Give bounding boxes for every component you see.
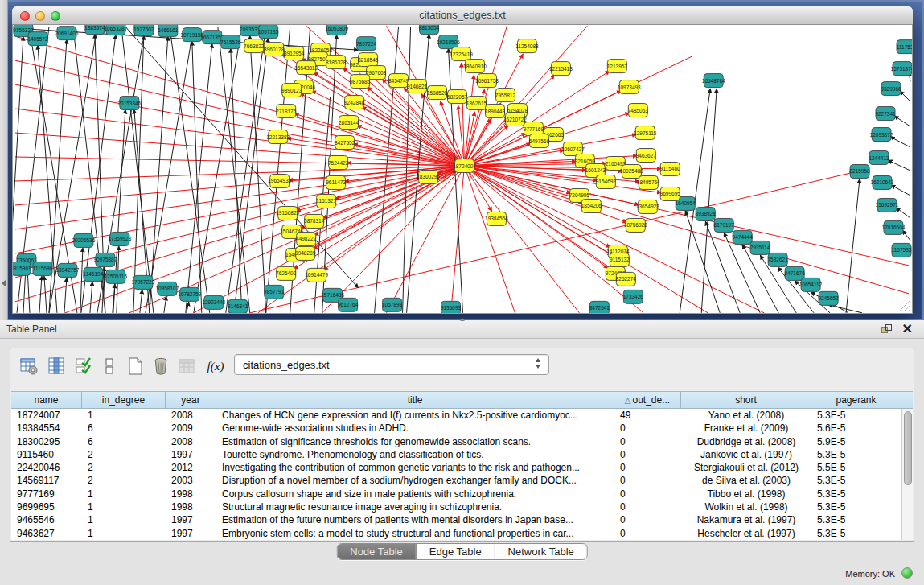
cell-name[interactable]: 9463627 bbox=[11, 527, 82, 540]
cell-name[interactable]: 14569117 bbox=[11, 474, 82, 487]
cell-short[interactable]: Wolkin et al. (1998) bbox=[681, 501, 811, 513]
graph-node[interactable]: 16648784 bbox=[702, 74, 725, 88]
cell-short[interactable]: Stergiakouli et al. (2012) bbox=[681, 461, 811, 474]
graph-node[interactable]: 9245652 bbox=[818, 291, 839, 305]
graph-node[interactable]: 20691406 bbox=[55, 27, 79, 40]
graph-node[interactable]: 3915901 bbox=[13, 262, 31, 275]
cell-pagerank[interactable]: 5.3E-5 bbox=[811, 527, 901, 540]
graph-node[interactable]: 8454749 bbox=[388, 74, 409, 88]
graph-node[interactable]: 16782759 bbox=[178, 287, 201, 301]
graph-node[interactable]: 8938928 bbox=[696, 207, 717, 220]
graph-node[interactable]: 5878314 bbox=[304, 214, 325, 228]
graph-node[interactable]: 8912954 bbox=[284, 47, 305, 60]
graph-node[interactable]: 9227341 bbox=[875, 107, 896, 121]
graph-node[interactable]: 12975115 bbox=[634, 126, 657, 140]
cell-in_degree[interactable]: 1 bbox=[82, 527, 166, 540]
cell-name[interactable]: 19384554 bbox=[11, 422, 82, 435]
graph-node[interactable]: 8471676 bbox=[785, 266, 806, 280]
memory-ok-indicator[interactable] bbox=[901, 567, 913, 579]
graph-node[interactable]: 1167533 bbox=[892, 243, 912, 257]
cell-short[interactable]: Franke et al. (2009) bbox=[681, 422, 811, 435]
cell-pagerank[interactable]: 5.3E-5 bbox=[811, 501, 901, 513]
select-columns-button[interactable] bbox=[46, 356, 67, 377]
graph-node[interactable]: 7857224 bbox=[356, 37, 377, 51]
graph-node[interactable]: 8218546 bbox=[358, 53, 379, 67]
cell-in_degree[interactable]: 6 bbox=[82, 435, 166, 448]
graph-node[interactable]: 7524422 bbox=[328, 156, 349, 170]
cell-title[interactable]: Estimation of the future numbers of pati… bbox=[216, 513, 614, 526]
graph-node[interactable]: 12213383 bbox=[266, 130, 290, 144]
graph-node[interactable]: 1883574 bbox=[84, 25, 105, 35]
cell-title[interactable]: Changes of HCN gene expression and I(f) … bbox=[216, 409, 614, 422]
cell-title[interactable]: Corpus callosum shape and size in male p… bbox=[216, 488, 614, 501]
graph-node[interactable]: 16053809 bbox=[325, 25, 348, 35]
cell-title[interactable]: Tourette syndrome. Phenomenology and cla… bbox=[216, 448, 614, 461]
cell-in_degree[interactable]: 1 bbox=[82, 513, 166, 526]
tab-network-table[interactable]: Network Table bbox=[495, 544, 587, 559]
float-panel-icon[interactable] bbox=[881, 324, 892, 335]
graph-node[interactable]: 10607427 bbox=[561, 142, 585, 156]
cell-short[interactable]: Tibbo et al. (1998) bbox=[681, 488, 811, 501]
cell-pagerank[interactable]: 5.3E-5 bbox=[811, 488, 901, 501]
graph-node[interactable]: 9115132 bbox=[610, 253, 630, 266]
cell-year[interactable]: 1998 bbox=[166, 488, 216, 501]
graph-node[interactable]: 8186328 bbox=[326, 56, 347, 69]
cell-in_degree[interactable]: 1 bbox=[82, 409, 166, 422]
graph-node[interactable]: 2718176 bbox=[276, 105, 297, 118]
graph-node[interactable]: 1151327 bbox=[316, 194, 336, 208]
graph-node[interactable]: 2803144 bbox=[339, 116, 359, 130]
graph-node[interactable]: 8427552 bbox=[335, 136, 355, 150]
graph-node[interactable]: 9857791 bbox=[264, 285, 285, 299]
graph-node[interactable]: 18300295 bbox=[417, 170, 440, 183]
graph-node[interactable]: 9699695 bbox=[660, 187, 681, 200]
cell-in_degree[interactable]: 1 bbox=[82, 501, 166, 513]
table-row[interactable]: 2242004622012Investigating the contribut… bbox=[11, 461, 901, 474]
cell-title[interactable]: Structural magnetic resonance image aver… bbox=[216, 501, 614, 513]
table-mode-button[interactable] bbox=[18, 356, 39, 377]
row-height-button[interactable] bbox=[99, 356, 120, 377]
cell-pagerank[interactable]: 5.3E-5 bbox=[811, 448, 901, 461]
graph-node[interactable]: 9329966 bbox=[881, 82, 901, 96]
graph-node[interactable]: 1890443 bbox=[485, 105, 506, 118]
graph-node[interactable]: 9890123 bbox=[281, 84, 302, 97]
table-selector-dropdown[interactable]: citations_edges.txt bbox=[234, 354, 549, 375]
graph-node[interactable]: 4498222 bbox=[296, 232, 317, 245]
cell-out_de[interactable]: 0 bbox=[614, 422, 681, 435]
graph-node[interactable]: 7663822 bbox=[244, 39, 265, 53]
graph-node[interactable]: 12923448 bbox=[202, 295, 225, 309]
column-header-title[interactable]: title bbox=[216, 392, 614, 408]
cell-name[interactable]: 9465546 bbox=[11, 513, 82, 526]
graph-node[interactable]: 18640910 bbox=[463, 60, 487, 73]
network-canvas[interactable]: 9155327140557220691406188357410653287152… bbox=[12, 25, 913, 314]
graph-node[interactable]: 9611473 bbox=[326, 175, 346, 189]
graph-node[interactable]: 18724007 bbox=[453, 159, 476, 173]
tab-edge-table[interactable]: Edge Table bbox=[417, 544, 495, 559]
close-panel-icon[interactable]: ✕ bbox=[902, 321, 913, 337]
graph-node[interactable]: 9115460 bbox=[660, 163, 680, 176]
cell-year[interactable]: 1998 bbox=[166, 501, 216, 513]
cell-title[interactable]: Genome-wide association studies in ADHD. bbox=[216, 422, 614, 435]
graph-node[interactable]: 1115686 bbox=[33, 262, 53, 275]
cell-out_de[interactable]: 0 bbox=[614, 488, 681, 501]
graph-node[interactable]: 9474444 bbox=[733, 230, 754, 244]
cell-out_de[interactable]: 49 bbox=[614, 409, 681, 422]
vertical-scrollbar[interactable] bbox=[901, 409, 913, 540]
citation-network-graph[interactable]: 9155327140557220691406188357410653287152… bbox=[13, 25, 913, 314]
cell-short[interactable]: Yano et al. (2008) bbox=[681, 409, 811, 422]
cell-title[interactable]: Disruption of a novel member of a sodium… bbox=[216, 474, 614, 487]
graph-node[interactable]: 1862615 bbox=[466, 97, 487, 110]
window-titlebar[interactable]: citations_edges.txt bbox=[12, 6, 913, 25]
graph-node[interactable]: 12505115 bbox=[105, 270, 128, 283]
graph-node[interactable]: 20206536 bbox=[72, 233, 95, 247]
cell-out_de[interactable]: 0 bbox=[614, 474, 681, 487]
graph-node[interactable]: 10654112 bbox=[799, 278, 823, 291]
cell-pagerank[interactable]: 5.9E-5 bbox=[811, 435, 901, 448]
graph-node[interactable]: 7532621 bbox=[768, 253, 789, 266]
graph-node[interactable]: 13942757 bbox=[56, 263, 80, 277]
import-table-button[interactable] bbox=[176, 356, 197, 377]
graph-node[interactable]: 17359928 bbox=[108, 232, 131, 245]
table-row[interactable]: 946362711997Embryonic stem cells: a mode… bbox=[11, 527, 901, 540]
cell-short[interactable]: Jankovic et al. (1997) bbox=[681, 448, 811, 461]
column-header-in_degree[interactable]: in_degree bbox=[82, 392, 166, 408]
graph-node[interactable]: 20153346 bbox=[117, 97, 141, 110]
